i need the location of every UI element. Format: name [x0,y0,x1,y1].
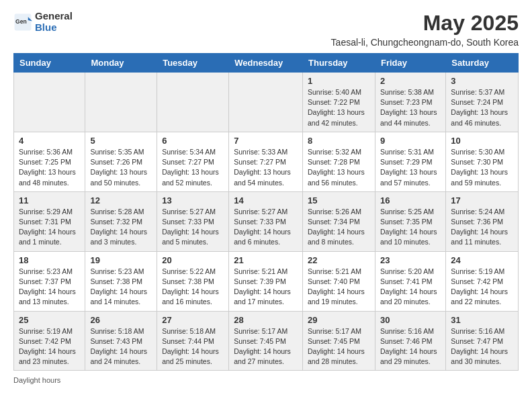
subtitle: Taesal-li, Chungcheongnam-do, South Kore… [331,37,519,48]
day-info: Sunrise: 5:21 AM Sunset: 7:39 PM Dayligh… [234,267,298,308]
calendar-cell: 6Sunrise: 5:34 AM Sunset: 7:27 PM Daylig… [157,132,229,191]
calendar-cell: 18Sunrise: 5:23 AM Sunset: 7:37 PM Dayli… [14,251,85,311]
calendar-cell: 7Sunrise: 5:33 AM Sunset: 7:27 PM Daylig… [229,132,303,191]
calendar-cell: 2Sunrise: 5:38 AM Sunset: 7:23 PM Daylig… [375,73,445,132]
day-number: 31 [451,315,513,325]
day-number: 22 [308,255,370,265]
day-number: 4 [19,136,80,146]
logo: Gen General Blue [13,11,73,33]
calendar-cell: 8Sunrise: 5:32 AM Sunset: 7:28 PM Daylig… [303,132,375,191]
day-number: 26 [90,315,152,325]
day-number: 15 [308,195,370,205]
day-info: Sunrise: 5:16 AM Sunset: 7:46 PM Dayligh… [380,326,441,367]
calendar-cell: 14Sunrise: 5:27 AM Sunset: 7:33 PM Dayli… [229,191,303,251]
calendar-cell: 11Sunrise: 5:29 AM Sunset: 7:31 PM Dayli… [14,191,85,251]
day-info: Sunrise: 5:17 AM Sunset: 7:45 PM Dayligh… [308,326,370,367]
day-info: Sunrise: 5:24 AM Sunset: 7:36 PM Dayligh… [451,207,513,248]
day-info: Sunrise: 5:16 AM Sunset: 7:47 PM Dayligh… [451,326,513,367]
day-info: Sunrise: 5:27 AM Sunset: 7:33 PM Dayligh… [162,207,224,248]
calendar-body: 1Sunrise: 5:40 AM Sunset: 7:22 PM Daylig… [14,73,519,371]
day-info: Sunrise: 5:27 AM Sunset: 7:33 PM Dayligh… [234,207,298,248]
day-number: 6 [162,136,224,146]
calendar-cell: 3Sunrise: 5:37 AM Sunset: 7:24 PM Daylig… [446,73,519,132]
logo-general-text: General [35,11,73,22]
day-info: Sunrise: 5:29 AM Sunset: 7:31 PM Dayligh… [19,207,80,248]
day-info: Sunrise: 5:40 AM Sunset: 7:22 PM Dayligh… [308,87,370,128]
calendar-cell: 19Sunrise: 5:23 AM Sunset: 7:38 PM Dayli… [85,251,157,311]
calendar-cell: 21Sunrise: 5:21 AM Sunset: 7:39 PM Dayli… [229,251,303,311]
header-sunday: Sunday [14,54,85,73]
header-tuesday: Tuesday [157,54,229,73]
day-number: 18 [19,255,80,265]
day-number: 17 [451,195,513,205]
day-info: Sunrise: 5:26 AM Sunset: 7:34 PM Dayligh… [308,207,370,248]
day-number: 13 [162,195,224,205]
day-number: 30 [380,315,441,325]
day-number: 9 [380,136,441,146]
calendar-cell: 13Sunrise: 5:27 AM Sunset: 7:33 PM Dayli… [157,191,229,251]
calendar-cell [14,73,85,132]
title-block: May 2025 Taesal-li, Chungcheongnam-do, S… [331,11,519,48]
calendar-cell: 28Sunrise: 5:17 AM Sunset: 7:45 PM Dayli… [229,311,303,371]
day-info: Sunrise: 5:33 AM Sunset: 7:27 PM Dayligh… [234,147,298,188]
day-number: 3 [451,76,513,86]
day-info: Sunrise: 5:35 AM Sunset: 7:26 PM Dayligh… [90,147,152,188]
day-number: 25 [19,315,80,325]
day-number: 23 [380,255,441,265]
day-number: 7 [234,136,298,146]
day-info: Sunrise: 5:28 AM Sunset: 7:32 PM Dayligh… [90,207,152,248]
day-info: Sunrise: 5:21 AM Sunset: 7:40 PM Dayligh… [308,267,370,308]
calendar-cell: 20Sunrise: 5:22 AM Sunset: 7:38 PM Dayli… [157,251,229,311]
day-number: 19 [90,255,152,265]
calendar-cell: 22Sunrise: 5:21 AM Sunset: 7:40 PM Dayli… [303,251,375,311]
header-thursday: Thursday [303,54,375,73]
day-info: Sunrise: 5:19 AM Sunset: 7:42 PM Dayligh… [19,326,80,367]
day-info: Sunrise: 5:37 AM Sunset: 7:24 PM Dayligh… [451,87,513,128]
day-number: 11 [19,195,80,205]
day-info: Sunrise: 5:18 AM Sunset: 7:43 PM Dayligh… [90,326,152,367]
day-number: 16 [380,195,441,205]
calendar-cell: 25Sunrise: 5:19 AM Sunset: 7:42 PM Dayli… [14,311,85,371]
day-number: 8 [308,136,370,146]
day-info: Sunrise: 5:34 AM Sunset: 7:27 PM Dayligh… [162,147,224,188]
day-info: Sunrise: 5:32 AM Sunset: 7:28 PM Dayligh… [308,147,370,188]
day-number: 27 [162,315,224,325]
calendar-cell: 27Sunrise: 5:18 AM Sunset: 7:44 PM Dayli… [157,311,229,371]
calendar-cell: 9Sunrise: 5:31 AM Sunset: 7:29 PM Daylig… [375,132,445,191]
day-number: 14 [234,195,298,205]
calendar-week-4: 18Sunrise: 5:23 AM Sunset: 7:37 PM Dayli… [14,251,519,311]
header-monday: Monday [85,54,157,73]
calendar-cell: 5Sunrise: 5:35 AM Sunset: 7:26 PM Daylig… [85,132,157,191]
header-saturday: Saturday [446,54,519,73]
day-number: 28 [234,315,298,325]
calendar-cell [157,73,229,132]
day-number: 2 [380,76,441,86]
day-number: 10 [451,136,513,146]
main-title: May 2025 [331,11,519,36]
day-info: Sunrise: 5:38 AM Sunset: 7:23 PM Dayligh… [380,87,441,128]
calendar-cell: 10Sunrise: 5:30 AM Sunset: 7:30 PM Dayli… [446,132,519,191]
calendar-cell: 12Sunrise: 5:28 AM Sunset: 7:32 PM Dayli… [85,191,157,251]
day-info: Sunrise: 5:23 AM Sunset: 7:38 PM Dayligh… [90,267,152,308]
calendar-week-1: 1Sunrise: 5:40 AM Sunset: 7:22 PM Daylig… [14,73,519,132]
day-info: Sunrise: 5:22 AM Sunset: 7:38 PM Dayligh… [162,267,224,308]
logo-icon: Gen [13,13,32,32]
calendar-cell [85,73,157,132]
day-info: Sunrise: 5:23 AM Sunset: 7:37 PM Dayligh… [19,267,80,308]
calendar-cell: 30Sunrise: 5:16 AM Sunset: 7:46 PM Dayli… [375,311,445,371]
calendar-cell: 4Sunrise: 5:36 AM Sunset: 7:25 PM Daylig… [14,132,85,191]
day-number: 24 [451,255,513,265]
calendar-week-3: 11Sunrise: 5:29 AM Sunset: 7:31 PM Dayli… [14,191,519,251]
footer-daylight: Daylight hours [13,376,519,384]
day-info: Sunrise: 5:18 AM Sunset: 7:44 PM Dayligh… [162,326,224,367]
header-wednesday: Wednesday [229,54,303,73]
day-info: Sunrise: 5:19 AM Sunset: 7:42 PM Dayligh… [451,267,513,308]
day-number: 1 [308,76,370,86]
day-info: Sunrise: 5:36 AM Sunset: 7:25 PM Dayligh… [19,147,80,188]
svg-text:Gen: Gen [15,17,27,24]
day-info: Sunrise: 5:20 AM Sunset: 7:41 PM Dayligh… [380,267,441,308]
page-header: Gen General Blue May 2025 Taesal-li, Chu… [13,11,519,48]
header-friday: Friday [375,54,445,73]
calendar-cell: 1Sunrise: 5:40 AM Sunset: 7:22 PM Daylig… [303,73,375,132]
calendar-header-row: SundayMondayTuesdayWednesdayThursdayFrid… [14,54,519,73]
